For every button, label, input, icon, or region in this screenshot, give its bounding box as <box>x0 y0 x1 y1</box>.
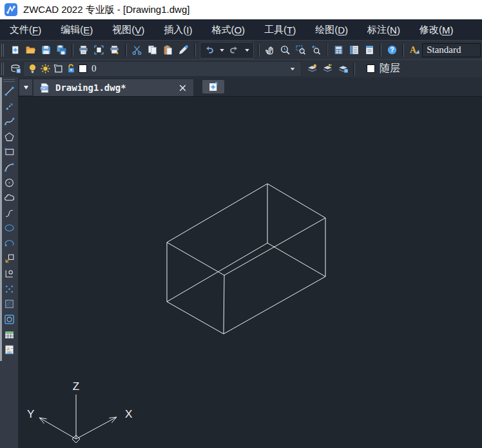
new-drawing-tab-button[interactable] <box>202 80 224 93</box>
new-drawing-button[interactable] <box>7 43 23 58</box>
spline-tool-button[interactable] <box>2 206 17 220</box>
ucs-x-axis <box>76 417 117 439</box>
menu-item-8[interactable]: 修改(M) <box>410 19 463 40</box>
box-edge-B-F <box>224 218 325 275</box>
match-properties-button[interactable] <box>176 43 191 58</box>
arc-icon <box>4 162 15 173</box>
layer-properties-icon <box>10 63 21 74</box>
layer-states-button[interactable] <box>335 61 351 77</box>
box-edge-C2-A2 <box>167 243 267 302</box>
properties-icon <box>333 44 344 55</box>
match-properties-icon <box>178 44 189 55</box>
layer-states-icon <box>338 63 349 74</box>
menu-item-5[interactable]: 工具(T) <box>255 19 305 40</box>
open-button[interactable] <box>23 43 38 58</box>
paste-button[interactable] <box>160 43 176 58</box>
print-preview-button[interactable] <box>92 43 107 58</box>
plot-icon <box>78 44 89 55</box>
color-combo[interactable]: 随层 <box>363 61 479 77</box>
toolbar-separator <box>380 44 381 57</box>
drawing-tab[interactable]: DWGDrawing1.dwg* <box>34 79 193 96</box>
svg-text:A: A <box>6 346 10 352</box>
redo-button[interactable] <box>227 43 242 58</box>
hatch-tool-button[interactable] <box>2 297 17 311</box>
layer-combo-dropdown[interactable] <box>287 64 298 74</box>
toolbar-separator <box>125 44 127 57</box>
hatch-icon <box>4 298 15 309</box>
point-tool-button[interactable] <box>2 282 17 297</box>
pan-button[interactable] <box>262 43 278 58</box>
undo-button[interactable] <box>202 43 217 58</box>
save-as-button[interactable] <box>53 43 69 58</box>
revision-cloud-icon <box>4 192 15 203</box>
make-object-layer-current-button[interactable] <box>304 61 320 77</box>
table-tool-button[interactable] <box>2 327 17 342</box>
layer-previous-button[interactable] <box>320 61 335 77</box>
tool-palettes-button[interactable] <box>362 43 377 58</box>
draw-toolbar-grip[interactable] <box>3 79 15 83</box>
polygon-tool-button[interactable] <box>2 130 17 144</box>
box-edge-F-F2 <box>224 275 224 334</box>
toolbar-grip[interactable] <box>1 63 5 75</box>
layer-combo[interactable]: 0 <box>23 61 302 77</box>
plot-layer-icon <box>53 63 64 74</box>
menu-item-0[interactable]: 文件(F) <box>0 19 51 40</box>
menu-item-4[interactable]: 格式(O) <box>202 19 255 40</box>
ellipse-arc-tool-button[interactable] <box>2 236 17 251</box>
circle-icon <box>4 177 15 188</box>
undo-redo-panel <box>200 42 254 59</box>
properties-button[interactable] <box>331 43 346 58</box>
ellipse-tool-button[interactable] <box>2 220 17 235</box>
menu-item-1[interactable]: 编辑(E) <box>51 19 102 40</box>
rectangle-tool-button[interactable] <box>2 144 17 159</box>
open-icon <box>25 44 36 55</box>
zoom-previous-button[interactable] <box>309 43 324 58</box>
toolbar-separator <box>327 44 329 57</box>
undo-dropdown-button[interactable] <box>217 43 227 58</box>
copy-button[interactable] <box>145 43 160 58</box>
line-icon <box>4 86 15 97</box>
help-button[interactable]: ? <box>384 43 400 58</box>
toolbar-separator <box>353 63 355 75</box>
zoom-window-button[interactable] <box>293 43 309 58</box>
table-icon <box>4 329 15 340</box>
menu-item-7[interactable]: 标注(N) <box>358 19 410 40</box>
plot-button[interactable] <box>76 43 92 58</box>
circle-tool-button[interactable] <box>2 175 17 190</box>
drawing-canvas[interactable]: ZXY <box>18 97 482 448</box>
region-tool-button[interactable] <box>2 312 17 327</box>
revision-cloud-tool-button[interactable] <box>2 190 17 205</box>
help-icon: ? <box>387 44 398 55</box>
menu-item-3[interactable]: 插入(I) <box>154 19 202 40</box>
arc-tool-button[interactable] <box>2 160 17 175</box>
cut-button[interactable] <box>130 43 145 58</box>
toolbar-grip[interactable] <box>1 44 5 57</box>
text-style-combo[interactable]: Standard <box>422 43 481 57</box>
menu-item-2[interactable]: 视图(V) <box>102 19 154 40</box>
menu-bar: 文件(F)编辑(E)视图(V)插入(I)格式(O)工具(T)绘图(D)标注(N)… <box>0 19 482 40</box>
construction-line-icon <box>4 101 15 112</box>
ucs-y-axis <box>39 418 76 439</box>
construction-line-tool-button[interactable] <box>2 99 17 114</box>
mtext-tool-button[interactable]: A <box>2 342 17 357</box>
region-icon <box>4 314 15 325</box>
layer-properties-button[interactable] <box>8 61 23 77</box>
tab-list-dropdown-button[interactable] <box>19 79 32 95</box>
insert-block-tool-button[interactable] <box>2 251 17 266</box>
polyline-tool-button[interactable] <box>2 114 17 129</box>
save-button[interactable] <box>38 43 53 58</box>
tab-close-icon[interactable] <box>178 83 188 93</box>
menu-item-6[interactable]: 绘图(D) <box>305 19 358 40</box>
line-tool-button[interactable] <box>2 84 17 99</box>
redo-dropdown-button[interactable] <box>242 43 252 58</box>
paste-icon <box>162 44 173 55</box>
plot-to-file-button[interactable] <box>107 43 122 58</box>
new-drawing-icon <box>10 44 21 55</box>
text-style-button[interactable]: A <box>407 43 422 58</box>
design-center-icon <box>349 44 360 55</box>
freeze-sun-icon <box>40 63 51 74</box>
zoom-realtime-button[interactable] <box>278 43 293 58</box>
design-center-button[interactable] <box>346 43 362 58</box>
make-block-tool-button[interactable] <box>2 266 17 281</box>
model-space: ZXY <box>18 97 482 448</box>
